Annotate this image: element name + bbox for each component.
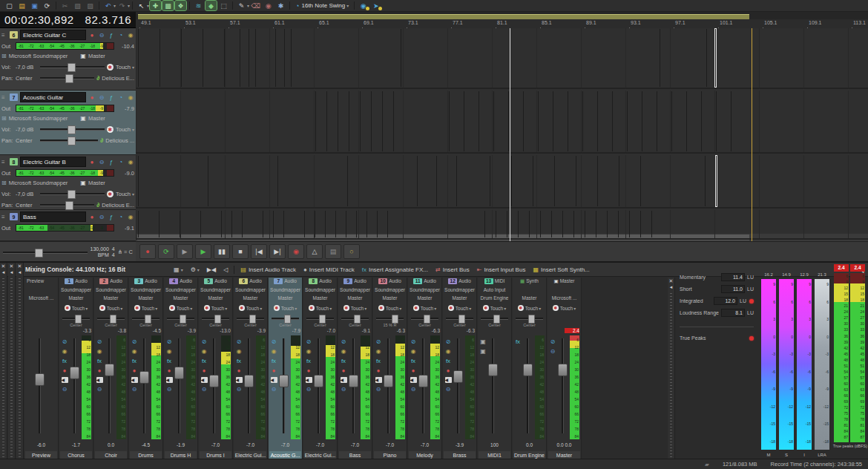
automation-settings-icon[interactable]: ✱ — [99, 305, 105, 311]
solo-icon[interactable]: ◉ — [165, 347, 174, 356]
record-arm-icon[interactable]: ● — [304, 366, 313, 375]
audio-clip[interactable]: ∂ Del-3 ( — [490, 156, 490, 206]
input-monitor-icon[interactable]: ◀ — [306, 377, 312, 383]
pan-value[interactable]: Center — [16, 202, 38, 209]
dock-handle-2[interactable]: ✕◂ — [8, 263, 16, 460]
audio-clip[interactable]: Del — [538, 91, 539, 151]
input-monitor-icon[interactable]: ◀ — [166, 377, 173, 383]
audio-clip[interactable]: Del — [642, 91, 642, 151]
audio-clip[interactable]: Del — [479, 91, 479, 151]
fx-chain-icon[interactable]: ∂ — [100, 137, 103, 144]
audio-clip[interactable]: ∂ Delicfx — [160, 29, 160, 87]
solo-icon[interactable]: ◉ — [339, 347, 348, 356]
send-selector[interactable]: Master — [88, 53, 105, 59]
phase-invert-icon[interactable]: ⊘ — [165, 337, 174, 347]
automation-settings-icon[interactable]: ✱ — [107, 126, 114, 133]
audio-clip[interactable]: ∂ Del — [436, 156, 437, 206]
pan-slider[interactable] — [237, 315, 264, 322]
audio-clip[interactable]: Del — [335, 211, 336, 237]
audio-clip[interactable]: Del — [540, 211, 541, 237]
automation-mode[interactable]: Touch — [211, 306, 224, 311]
phase-invert-icon[interactable]: ⊘ — [234, 337, 243, 347]
audio-clip[interactable]: Del-5 ( — [686, 91, 687, 151]
audio-clip[interactable]: Del — [496, 211, 496, 237]
automation-mode[interactable]: Touch — [116, 191, 131, 197]
mixer-channel-strip[interactable]: 2AudioSoundmapperMaster✱Touch▾Center⊘◉fx… — [94, 278, 128, 460]
audio-clip[interactable]: Del — [338, 91, 338, 151]
fx-chain-name[interactable]: Delicious ... — [105, 137, 134, 144]
record-arm-icon[interactable]: ● — [130, 366, 139, 375]
automation-settings-icon[interactable]: ✱ — [239, 305, 245, 311]
automation-settings-icon[interactable]: ✱ — [65, 305, 70, 311]
ruler-zone[interactable]: 49.153.157.161.165.169.173.177.181.185.1… — [136, 12, 868, 29]
automation-settings-icon[interactable]: ✱ — [309, 305, 315, 311]
mute-icon[interactable]: ⊖ — [200, 384, 208, 394]
fx-chain-name[interactable]: Delicious E... — [102, 202, 134, 209]
audio-clip[interactable]: Delic-3 (A)fx — [224, 29, 225, 87]
phase-invert-icon[interactable]: ⊘ — [374, 337, 383, 347]
audio-clip[interactable]: Del-5 ( — [612, 91, 613, 151]
fader-handle[interactable] — [35, 373, 45, 386]
fx-icon[interactable]: fx — [513, 337, 522, 347]
volume-slider-handle[interactable] — [68, 190, 76, 199]
mixer-channel-strip[interactable]: 4AudioSoundmapperMaster✱Touch▾Center⊘◉fx… — [164, 278, 198, 460]
fader-handle[interactable] — [70, 367, 79, 379]
fx-icon[interactable]: fx — [95, 356, 104, 366]
bpm-value[interactable]: 130,000 — [91, 246, 109, 252]
record-arm-icon[interactable]: ● — [444, 366, 453, 375]
paint-tool-icon[interactable]: ▩ — [162, 1, 174, 10]
automation-mode[interactable]: Touch — [490, 306, 503, 311]
audio-clip[interactable]: Del — [507, 211, 507, 237]
audio-clip[interactable]: Del — [366, 211, 367, 237]
dropdown-caret-icon[interactable]: ▾ — [434, 306, 436, 311]
volume-slider[interactable] — [40, 190, 105, 197]
dock-handle-3[interactable]: ✕◂ — [16, 263, 24, 460]
dropdown-caret-icon[interactable]: ▾ — [260, 306, 262, 311]
track-header[interactable]: ≡8Electric Guitar B●⊖ƒ◔◉Out-81-72-63-54-… — [0, 155, 136, 210]
automation-mode[interactable]: Touch — [116, 126, 131, 133]
fader-handle[interactable] — [418, 375, 428, 387]
fx-icon[interactable]: fx — [234, 356, 243, 366]
automation-settings-icon[interactable]: ✱ — [343, 305, 349, 311]
dropdown-caret-icon[interactable]: ▾ — [128, 3, 130, 8]
fx-icon[interactable]: fx — [165, 356, 174, 366]
cut-icon[interactable]: ✂ — [59, 1, 70, 10]
track-grip-icon[interactable]: ≡ — [1, 94, 7, 101]
dropdown-caret-icon[interactable]: ▾ — [147, 3, 149, 8]
dropdown-caret-icon[interactable]: ▾ — [225, 306, 227, 311]
mixer-channel-strip[interactable]: 3AudioSoundmapperMaster✱Touch▾Center⊘◉fx… — [129, 278, 163, 460]
mixer-view-button[interactable]: ▦▾ — [174, 266, 183, 273]
input-monitor-icon[interactable]: ◀ — [236, 377, 243, 383]
track-grip-icon[interactable]: ≡ — [1, 32, 7, 39]
solo-icon[interactable]: ◉ — [130, 347, 139, 356]
phase-invert-icon[interactable]: ⊘ — [130, 337, 139, 347]
insert-soft-synth-button[interactable]: ▦Insert Soft Synth... — [533, 266, 589, 273]
solo-icon[interactable]: ◉ — [127, 31, 134, 39]
dropdown-caret-icon[interactable]: ▾ — [399, 306, 401, 311]
dropdown-caret-icon[interactable]: ▾ — [114, 3, 116, 8]
mute-icon[interactable]: ⊖ — [269, 384, 278, 394]
input-monitor-icon[interactable]: ◀ — [96, 377, 103, 383]
track-grip-icon[interactable]: ≡ — [1, 214, 7, 220]
fx-chain-icon[interactable]: ∂ — [96, 202, 99, 209]
record-arm-icon[interactable]: ● — [234, 366, 243, 375]
timeline-ruler[interactable]: 49.153.157.161.165.169.173.177.181.185.1… — [136, 19, 868, 28]
auto-preview-button[interactable]: ○ — [343, 244, 360, 259]
audio-clip[interactable]: Del-3 (A — [705, 156, 706, 206]
mute-icon[interactable]: ⊖ — [98, 158, 105, 165]
go-to-end-button[interactable]: ▶| — [269, 244, 286, 259]
audio-clip[interactable]: ∂ Delici — [242, 211, 243, 237]
volume-slider[interactable] — [40, 63, 105, 70]
audio-clip[interactable]: ∂ Delic-3 (A)fx — [347, 156, 348, 206]
solo-icon[interactable]: ◉ — [127, 213, 134, 220]
fader-handle[interactable] — [384, 375, 393, 387]
event-tool-button[interactable]: ▤ — [325, 244, 341, 259]
track-header[interactable]: ≡9Bass●⊖ƒ◔◉Out-81-72-63-54-45-36-27-18-9… — [0, 210, 136, 241]
track-fx-icon[interactable]: ƒ — [108, 158, 115, 165]
audio-clip[interactable]: ∂ Delic-5 (C)fx — [291, 29, 292, 87]
phase-invert-icon[interactable]: ⊘ — [548, 337, 557, 347]
device-selector[interactable]: Microsoft Soundmapper — [9, 53, 68, 59]
audio-clip[interactable]: Del-3 ( — [360, 91, 361, 151]
metronome-button[interactable]: △ — [306, 244, 323, 259]
record-arm-icon[interactable]: ● — [165, 366, 174, 375]
